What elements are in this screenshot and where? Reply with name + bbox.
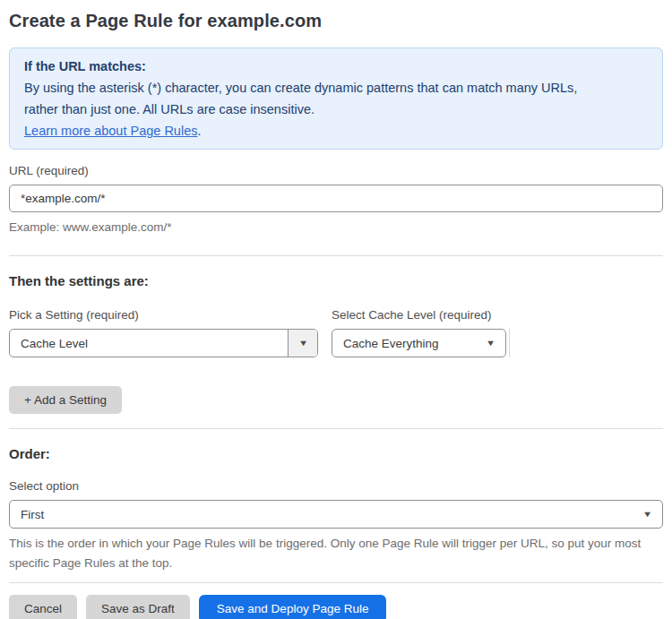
pick-setting-selected-value: Cache Level [10, 330, 288, 357]
add-setting-button[interactable]: + Add a Setting [9, 386, 122, 414]
chevron-down-icon: ▼ [642, 511, 652, 519]
info-banner-link-row: Learn more about Page Rules. [24, 120, 648, 142]
pick-setting-arrow-button[interactable]: ▼ [288, 330, 317, 357]
url-example-hint: Example: www.example.com/* [9, 218, 663, 237]
create-page-rule-form: Create a Page Rule for example.com If th… [0, 0, 672, 619]
info-banner-heading: If the URL matches: [24, 56, 648, 77]
order-help-text: This is the order in which your Page Rul… [9, 534, 658, 573]
chevron-down-icon: ▼ [486, 340, 495, 348]
divider-url-settings [9, 255, 663, 256]
info-banner-body-line1: By using the asterisk (*) character, you… [24, 77, 648, 99]
order-section-heading: Order: [9, 446, 663, 461]
order-select[interactable]: First ▼ [9, 500, 663, 529]
url-label: URL (required) [9, 164, 663, 177]
cancel-button[interactable]: Cancel [9, 595, 77, 619]
page-title: Create a Page Rule for example.com [9, 11, 663, 31]
divider-settings-order [9, 428, 663, 429]
save-as-draft-button[interactable]: Save as Draft [86, 595, 190, 619]
info-banner-body-line2: rather than just one. All URLs are case … [24, 99, 648, 120]
pick-setting-label: Pick a Setting (required) [9, 308, 318, 322]
url-match-info-banner: If the URL matches: By using the asteris… [9, 47, 663, 150]
url-input[interactable] [9, 185, 663, 212]
settings-section-heading: Then the settings are: [9, 273, 663, 288]
form-actions: Cancel Save as Draft Save and Deploy Pag… [9, 595, 663, 619]
order-selected-value: First [21, 508, 44, 521]
chevron-down-icon: ▼ [297, 340, 307, 348]
setting-row: Pick a Setting (required) Cache Level ▼ … [9, 308, 663, 357]
cache-level-select[interactable]: Cache Everything ▼ [332, 329, 506, 357]
pick-setting-select[interactable]: Cache Level ▼ [9, 329, 318, 357]
divider-order-actions [9, 582, 663, 583]
cache-level-column: Select Cache Level (required) Cache Ever… [332, 308, 506, 357]
cache-level-selected-value: Cache Everything [343, 337, 439, 350]
save-and-deploy-button[interactable]: Save and Deploy Page Rule [199, 595, 387, 619]
learn-more-page-rules-link[interactable]: Learn more about Page Rules [24, 124, 197, 138]
link-suffix-period: . [197, 124, 201, 138]
pick-setting-column: Pick a Setting (required) Cache Level ▼ [9, 308, 318, 357]
order-select-label: Select option [9, 479, 663, 493]
setting-row-divider [509, 329, 510, 357]
cache-level-label: Select Cache Level (required) [332, 308, 506, 322]
